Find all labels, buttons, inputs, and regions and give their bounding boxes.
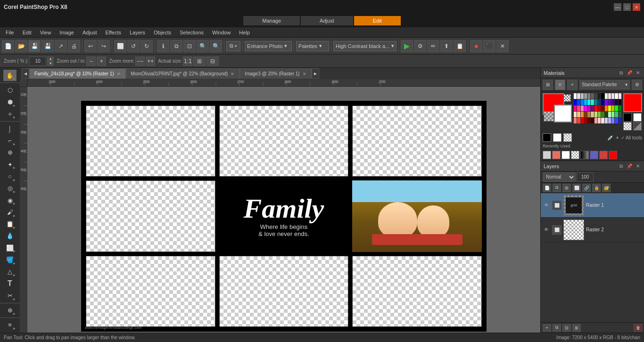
swatch-periwinkle[interactable] [611, 118, 614, 123]
enhance-photo-dropdown[interactable]: Enhance Photo ▾ [245, 41, 292, 51]
menu-objects[interactable]: Objects [150, 29, 175, 36]
swatch-light-red[interactable] [608, 93, 611, 99]
new-file-button[interactable]: 📄 [2, 40, 14, 52]
zoom-up-button[interactable]: ▲ [47, 57, 54, 61]
save-button[interactable]: 💾 [28, 40, 41, 52]
swatch-cyan[interactable] [584, 99, 587, 105]
rotate-left-button[interactable]: ↺ [127, 40, 140, 52]
merge-btn[interactable]: ⊞ [572, 324, 581, 332]
ru-swatch-6[interactable] [590, 151, 598, 159]
swatch-rose[interactable] [574, 106, 577, 111]
swatch-sea-green[interactable] [615, 112, 618, 117]
close-button[interactable]: ✕ [633, 3, 640, 11]
swatch-rose2[interactable] [577, 106, 580, 111]
clone-button[interactable]: ⧉ [170, 40, 182, 52]
selection-tool[interactable]: ⬡ [3, 84, 17, 96]
menu-effects[interactable]: Effects [102, 29, 125, 36]
script-button[interactable]: ⚙ [414, 40, 426, 52]
eyedropper-tool-btn[interactable]: 💉 [607, 135, 614, 141]
swatch-dark-gray[interactable] [594, 93, 597, 99]
blend-mode-select[interactable]: Normal Multiply Screen Overlay [543, 172, 576, 182]
clone-brush-tool[interactable]: 📋▶ [3, 219, 17, 230]
swatch-dark-red[interactable] [598, 106, 601, 111]
play-button[interactable]: ▶ [401, 40, 413, 52]
doc-tab-2-close[interactable]: ✕ [231, 72, 234, 76]
menu-file[interactable]: File [2, 29, 18, 36]
flatten-btn[interactable]: ⊟ [562, 324, 571, 332]
close-doc-button[interactable]: ✕ [496, 40, 509, 52]
swatch-light-green[interactable] [605, 93, 608, 99]
layers-close-icon[interactable]: ✕ [635, 163, 641, 170]
swatch-black[interactable] [601, 93, 604, 99]
layers-pin-icon[interactable]: 📌 [626, 163, 633, 170]
swatch-magenta[interactable] [584, 106, 587, 111]
doc-tab-3-close[interactable]: ✕ [303, 72, 306, 76]
fit-window-button[interactable]: ⊞ [193, 57, 206, 66]
tab-manage[interactable]: Manage [243, 16, 300, 25]
mat-list-btn[interactable]: ≡ [555, 80, 565, 90]
actual-size-button[interactable]: 1:1 [183, 57, 192, 66]
swatch-navy2[interactable] [601, 99, 604, 105]
shape-tool[interactable]: △▶ [3, 266, 17, 277]
swatch-yellow-green[interactable] [594, 112, 597, 117]
ru-swatch-4[interactable] [571, 151, 579, 159]
minimize-button[interactable]: — [614, 3, 621, 11]
record-button[interactable]: ● [470, 40, 482, 52]
swatch-gray2[interactable] [587, 93, 590, 99]
swatch-light-blue[interactable] [611, 93, 614, 99]
menu-help[interactable]: Help [235, 29, 254, 36]
lighten-tool[interactable]: ○▶ [3, 171, 17, 182]
ru-swatch-8[interactable] [609, 151, 617, 159]
swatch-small-black[interactable] [623, 113, 632, 122]
active-foreground-color[interactable] [623, 93, 642, 112]
palette-dropdown[interactable]: Standard Palette ▾ [579, 80, 630, 90]
menu-image[interactable]: Image [56, 29, 78, 36]
erase-tool[interactable]: ⬜▶ [3, 242, 17, 253]
mat-settings-btn[interactable]: ⚙ [632, 80, 642, 90]
swatch-light-lime[interactable] [611, 112, 614, 117]
swatch-skin[interactable] [574, 112, 577, 117]
zoom-in-btn[interactable]: 🔍 [210, 40, 222, 52]
swatch-royal-blue[interactable] [619, 118, 621, 123]
lock-icon[interactable]: 🔐 [602, 184, 611, 192]
zoom-out-btn[interactable]: 🔍 [197, 40, 209, 52]
zoom-value-input[interactable] [29, 57, 46, 66]
tab-edit[interactable]: Edit [354, 16, 401, 25]
text-tool[interactable]: T [3, 278, 17, 289]
swatch-darker-gray[interactable] [598, 93, 601, 99]
swatch-red2[interactable] [581, 118, 584, 123]
eye-dropper-tool[interactable]: 💧 [3, 230, 17, 242]
edit-script-button[interactable]: ✏ [427, 40, 439, 52]
mask-icon[interactable]: ⬜ [572, 184, 581, 192]
stop-button[interactable]: ⬛ [483, 40, 495, 52]
swatch-dark-red2[interactable] [587, 118, 590, 123]
swatch-tan[interactable] [587, 112, 590, 117]
rotate-right-button[interactable]: ↻ [140, 40, 153, 52]
info-button[interactable]: ℹ [157, 40, 169, 52]
link-icon[interactable]: 🔗 [582, 184, 591, 192]
print-button[interactable]: 🖨 [68, 40, 80, 52]
swatch-silver[interactable] [581, 93, 584, 99]
ru-swatch-5[interactable] [580, 151, 589, 159]
swatch-yellow[interactable] [608, 106, 611, 111]
tool-options[interactable]: ≡▶ [3, 319, 17, 331]
perspective-tool[interactable]: ⌐▶ [3, 135, 17, 146]
menu-selections[interactable]: Selections [176, 29, 207, 36]
swatch-white[interactable] [574, 93, 577, 99]
magic-wand-tool[interactable]: ⟡▶ [3, 108, 17, 120]
pattern-swatch[interactable] [544, 111, 554, 122]
tile-button[interactable]: ⊟ [206, 57, 219, 66]
bw-white-swatch[interactable] [553, 133, 561, 142]
swatch-lavender[interactable] [608, 118, 611, 123]
mat-add-btn[interactable]: + [567, 80, 578, 90]
layer-thumb-icon-raster1[interactable]: ⬜ [552, 201, 561, 210]
swatch-very-dark-red[interactable] [591, 118, 594, 123]
swatch-cyan2[interactable] [587, 99, 590, 105]
swatch-violet[interactable] [605, 99, 608, 105]
blur-tool[interactable]: ◉▶ [3, 195, 17, 206]
swatch-very-pale-pink[interactable] [601, 118, 604, 123]
swatch-peach[interactable] [577, 112, 580, 117]
menu-adjust[interactable]: Adjust [79, 29, 101, 36]
bw-black-swatch[interactable] [543, 133, 551, 142]
pan-tool[interactable]: ✋ ▶ [3, 70, 17, 81]
